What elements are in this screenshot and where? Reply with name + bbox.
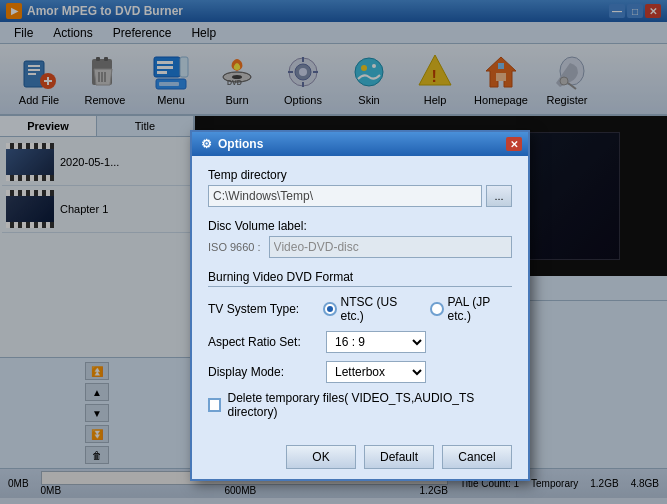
ntsc-radio[interactable] [323, 302, 336, 316]
aspect-select[interactable]: 16 : 9 4 : 3 [326, 331, 426, 353]
pal-label: PAL (JP etc.) [448, 295, 512, 323]
disc-volume-input[interactable] [269, 236, 512, 258]
tv-system-row: TV System Type: NTSC (US etc.) PAL (JP e… [208, 295, 512, 323]
aspect-label: Aspect Ratio Set: [208, 335, 318, 349]
temp-dir-label: Temp directory [208, 168, 512, 182]
aspect-ratio-row: Aspect Ratio Set: 16 : 9 4 : 3 [208, 331, 512, 353]
disc-iso-label: ISO 9660 : [208, 241, 261, 253]
browse-button[interactable]: ... [486, 185, 512, 207]
display-label: Display Mode: [208, 365, 318, 379]
dialog-title-bar: ⚙ Options ✕ [192, 132, 528, 156]
disc-volume-row: ISO 9660 : [208, 236, 512, 258]
display-mode-row: Display Mode: Letterbox Pan & Scan [208, 361, 512, 383]
temp-dir-group: Temp directory ... [208, 168, 512, 207]
disc-volume-label: Disc Volume label: [208, 219, 512, 233]
dialog-close-button[interactable]: ✕ [506, 137, 522, 151]
pal-option[interactable]: PAL (JP etc.) [430, 295, 512, 323]
default-button[interactable]: Default [364, 445, 434, 469]
dialog-title: Options [218, 137, 263, 151]
temp-dir-input[interactable] [208, 185, 482, 207]
disc-volume-group: Disc Volume label: ISO 9660 : [208, 219, 512, 258]
dialog-controls: ✕ [506, 137, 522, 151]
delete-temp-label: Delete temporary files( VIDEO_TS,AUDIO_T… [227, 391, 512, 419]
dialog-icon: ⚙ [198, 136, 214, 152]
temp-dir-row: ... [208, 185, 512, 207]
ntsc-option[interactable]: NTSC (US etc.) [323, 295, 418, 323]
delete-temp-row: Delete temporary files( VIDEO_TS,AUDIO_T… [208, 391, 512, 419]
display-select[interactable]: Letterbox Pan & Scan [326, 361, 426, 383]
burning-section-label: Burning Video DVD Format [208, 270, 512, 287]
modal-overlay: ⚙ Options ✕ Temp directory ... Disc Volu… [0, 0, 667, 504]
delete-temp-checkbox[interactable] [208, 398, 221, 412]
ntsc-label: NTSC (US etc.) [341, 295, 419, 323]
tv-system-label: TV System Type: [208, 302, 311, 316]
dialog-body: Temp directory ... Disc Volume label: IS… [192, 156, 528, 439]
cancel-button[interactable]: Cancel [442, 445, 512, 469]
ok-button[interactable]: OK [286, 445, 356, 469]
pal-radio[interactable] [430, 302, 443, 316]
dialog-footer: OK Default Cancel [192, 439, 528, 479]
options-dialog: ⚙ Options ✕ Temp directory ... Disc Volu… [190, 130, 530, 481]
